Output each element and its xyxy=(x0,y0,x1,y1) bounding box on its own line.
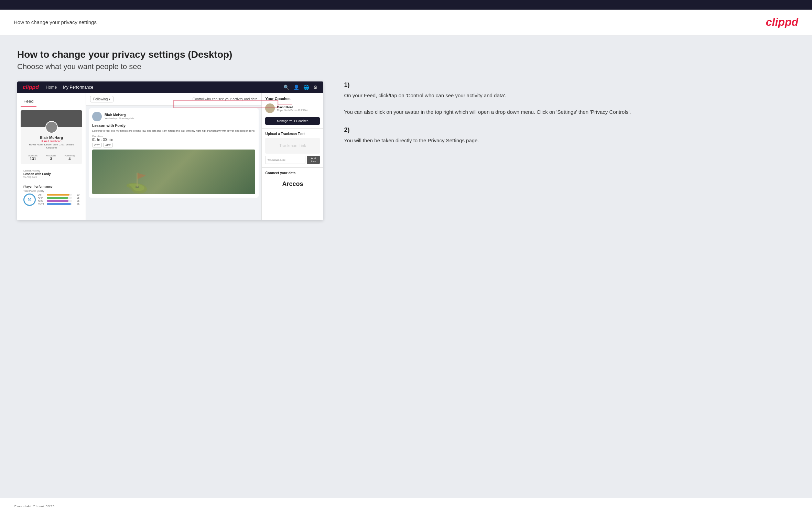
connect-title: Connect your data xyxy=(265,171,320,175)
header: How to change your privacy settings clip… xyxy=(0,10,812,35)
stat-activities: Activities 131 xyxy=(28,154,38,161)
footer: Copyright Clippd 2022 xyxy=(0,498,812,507)
bar-putt-value: 96 xyxy=(73,203,79,205)
instruction-step2: 2) You will then be taken directly to th… xyxy=(344,126,788,145)
quality-bars: OTT 90 APP xyxy=(38,194,79,206)
latest-activity: Latest Activity Lesson with Fordy 03 Aug… xyxy=(21,167,82,180)
step1-text: On your Feed, click/tap on 'Control who … xyxy=(344,91,788,116)
bar-putt: PUTT 96 xyxy=(38,203,79,205)
trackman-title: Upload a Trackman Test xyxy=(265,132,320,136)
bar-app-fill xyxy=(47,197,68,199)
add-link-button[interactable]: Add Link xyxy=(307,156,320,164)
mockup-right-panel: Your Coaches David Ford Royal North Devo… xyxy=(261,93,323,220)
bar-arg-fill xyxy=(47,200,68,202)
manage-coaches-button[interactable]: Manage Your Coaches xyxy=(265,117,320,125)
coach-avatar xyxy=(265,103,275,113)
post-tags: OTT APP xyxy=(92,143,255,147)
top-bar xyxy=(0,0,812,10)
stat-following-label: Following xyxy=(64,154,75,157)
quality-label: Total Player Quality xyxy=(23,190,79,192)
step2-number: 2) xyxy=(344,126,788,134)
globe-icon[interactable]: 🌐 xyxy=(303,85,309,90)
coach-item: David Ford Royal North Devon Golf Club xyxy=(265,103,320,113)
bar-ott-fill xyxy=(47,194,69,196)
feed-header: Following ▾ Control who can see your act… xyxy=(86,93,261,106)
post-tag-app: APP xyxy=(103,143,113,147)
coaches-title: Your Coaches xyxy=(265,97,320,101)
bar-app: APP 85 xyxy=(38,197,79,199)
bar-ott-value: 90 xyxy=(73,194,79,196)
coach-name: David Ford xyxy=(277,106,308,109)
bar-arg-label: ARG xyxy=(38,200,45,202)
coaches-section: Your Coaches David Ford Royal North Devo… xyxy=(262,93,323,129)
bar-putt-label: PUTT xyxy=(38,203,45,205)
player-performance: Player Performance Total Player Quality … xyxy=(21,183,82,208)
duration-value: 01 hr : 30 min xyxy=(92,138,255,142)
arccos-logo: Arccos xyxy=(265,177,320,191)
stat-following-value: 4 xyxy=(64,157,75,161)
profile-name: Blair McHarg xyxy=(24,135,79,140)
logo: clippd xyxy=(766,16,798,29)
connect-section: Connect your data Arccos xyxy=(262,168,323,195)
step2-text: You will then be taken directly to the P… xyxy=(344,136,788,145)
stat-following: Following 4 xyxy=(64,154,75,161)
nav-link-performance[interactable]: My Performance xyxy=(63,85,93,90)
post-header: Blair McHarg Yesterday · Sunningdale xyxy=(92,112,255,121)
bar-putt-track xyxy=(47,203,72,205)
trackman-link-input[interactable] xyxy=(265,156,305,164)
post-image: ⛳ xyxy=(92,150,255,194)
mockup-wrapper: clippd Home My Performance 🔍 👤 🌐 ⚙ xyxy=(17,81,323,220)
latest-activity-value: Lesson with Fordy xyxy=(23,172,79,176)
control-privacy-link[interactable]: Control who can see your activity and da… xyxy=(193,97,257,101)
nav-link-home[interactable]: Home xyxy=(46,85,57,90)
bar-arg: ARG 86 xyxy=(38,200,79,202)
post-author-avatar xyxy=(92,112,102,121)
post-author-meta: Yesterday · Sunningdale xyxy=(105,117,134,120)
mockup-nav-icons: 🔍 👤 🌐 ⚙ xyxy=(283,85,318,90)
page-subtitle: Choose what you want people to see xyxy=(17,62,795,71)
mockup-logo: clippd xyxy=(23,84,39,90)
stat-activities-value: 131 xyxy=(28,157,38,161)
page-title: How to change your privacy settings (Des… xyxy=(17,49,795,60)
feed-label: Feed xyxy=(21,97,36,107)
post-title: Lesson with Fordy xyxy=(92,123,255,128)
bar-ott: OTT 90 xyxy=(38,194,79,196)
profile-card: Blair McHarg Plus Handicap Royal North D… xyxy=(21,110,82,164)
duration-label: Duration xyxy=(92,135,255,138)
content-area: How to change your privacy settings (Des… xyxy=(0,35,812,498)
trackman-placeholder: Trackman Link xyxy=(265,138,320,154)
mockup-feed: Following ▾ Control who can see your act… xyxy=(86,93,261,220)
mockup-browser: clippd Home My Performance 🔍 👤 🌐 ⚙ xyxy=(17,81,323,220)
footer-copyright: Copyright Clippd 2022 xyxy=(14,505,55,507)
bar-ott-label: OTT xyxy=(38,194,45,196)
latest-activity-date: 03 Aug 2022 xyxy=(23,176,79,178)
bar-app-label: APP xyxy=(38,197,45,199)
bar-arg-track xyxy=(47,200,72,202)
bar-putt-fill xyxy=(47,203,71,205)
profile-banner xyxy=(21,110,82,127)
quality-circle: 92 xyxy=(23,194,36,206)
stat-followers-value: 3 xyxy=(46,157,56,161)
bar-arg-value: 86 xyxy=(73,200,79,202)
profile-stats: Activities 131 Followers 3 Following xyxy=(24,152,79,161)
user-icon[interactable]: 👤 xyxy=(293,85,299,90)
trackman-section: Upload a Trackman Test Trackman Link Add… xyxy=(262,129,323,168)
post-body: Looking to feel like my hands are exitin… xyxy=(92,129,255,133)
coach-info: David Ford Royal North Devon Golf Club xyxy=(277,106,308,111)
search-icon[interactable]: 🔍 xyxy=(283,85,289,90)
profile-club: Royal North Devon Golf Club, United King… xyxy=(24,143,79,149)
bar-ott-track xyxy=(47,194,72,196)
main-layout: clippd Home My Performance 🔍 👤 🌐 ⚙ xyxy=(17,81,795,220)
instruction-step1: 1) On your Feed, click/tap on 'Control w… xyxy=(344,81,788,116)
trackman-input-row: Add Link xyxy=(265,156,320,164)
following-button[interactable]: Following ▾ xyxy=(90,96,113,102)
profile-avatar xyxy=(45,121,58,133)
avatar-icon[interactable]: ⚙ xyxy=(313,85,318,90)
post-tag-ott: OTT xyxy=(92,143,102,147)
step1-number: 1) xyxy=(344,81,788,89)
post-author-name: Blair McHarg xyxy=(105,113,134,117)
post-card: Blair McHarg Yesterday · Sunningdale Les… xyxy=(89,108,259,198)
stat-activities-label: Activities xyxy=(28,154,38,157)
mockup-nav-links: Home My Performance xyxy=(46,85,93,90)
bar-app-track xyxy=(47,197,72,199)
